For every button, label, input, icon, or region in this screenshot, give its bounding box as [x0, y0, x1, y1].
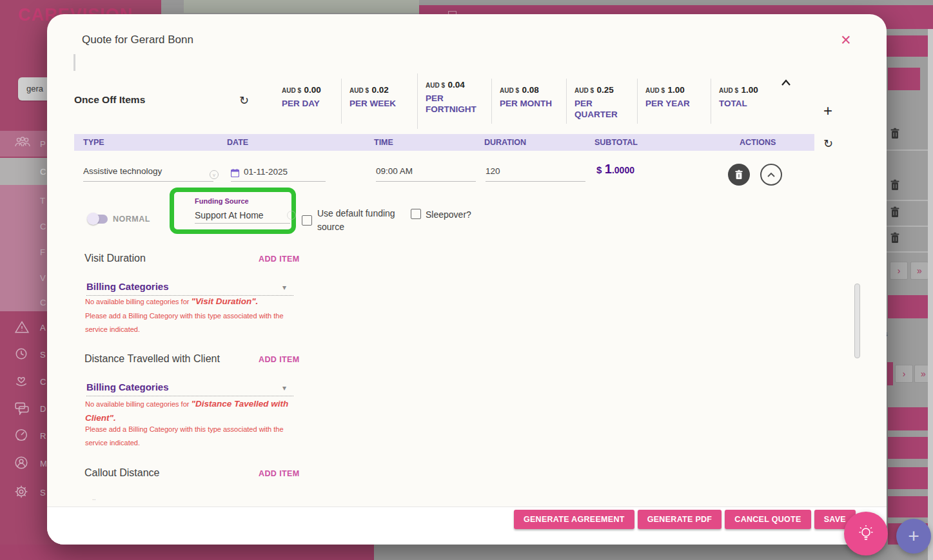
sleepover-checkbox[interactable] — [411, 209, 421, 219]
application-window: CAREVISION gera P C T C F V C A S C D — [0, 0, 933, 560]
history-clock-icon — [14, 347, 31, 362]
section-title-distance-travelled: Distance Travelled with Client — [84, 353, 220, 365]
subtotal-value: $ 1.0000 — [596, 162, 634, 177]
mode-label: NORMAL — [113, 215, 150, 224]
total-per-day: AUD $ 0.00 PER DAY — [274, 79, 341, 124]
billing-error-quote: No available billing categories for "Dis… — [85, 397, 290, 425]
date-field[interactable]: 01-11-2025 — [231, 166, 326, 182]
col-header-type: TYPE — [83, 138, 104, 147]
people-group-icon — [14, 136, 31, 151]
background-button — [888, 407, 933, 430]
dropdown-underline — [86, 295, 293, 296]
add-item-button[interactable]: ADD ITEM — [259, 469, 300, 478]
col-header-subtotal: SUBTOTAL — [594, 138, 638, 147]
delete-row-button[interactable] — [728, 164, 750, 186]
col-header-duration: DURATION — [484, 138, 526, 147]
total-overall: AUD $ 1.00 TOTAL — [711, 79, 775, 124]
bottom-bar — [0, 545, 374, 560]
cancel-quote-button[interactable]: CANCEL QUOTE — [725, 510, 810, 529]
collapse-chevron-icon[interactable] — [781, 77, 791, 89]
section-title-visit-duration: Visit Duration — [84, 253, 146, 264]
page-scrollbar[interactable] — [928, 29, 933, 560]
mode-toggle[interactable] — [88, 215, 108, 224]
truncated-dropdown: .. — [92, 494, 96, 501]
funding-source-underline — [195, 223, 290, 224]
col-header-time: TIME — [374, 138, 393, 147]
add-floating-button[interactable]: + — [896, 519, 931, 554]
billing-error-line3: service indicated. — [85, 325, 140, 333]
warning-triangle-icon — [14, 320, 31, 335]
help-lightbulb-button[interactable] — [844, 512, 888, 555]
trash-icon[interactable] — [890, 206, 900, 220]
quote-modal: Quote for Gerard Bonn × Once Off Items ↻… — [47, 14, 887, 545]
background-button — [888, 68, 920, 90]
add-once-off-item-icon[interactable]: + — [823, 102, 832, 120]
refresh-icon[interactable]: ↻ — [239, 93, 249, 108]
billing-categories-dropdown[interactable]: Billing Categories — [86, 281, 169, 292]
use-default-funding-checkbox[interactable] — [302, 215, 312, 226]
billing-error-line1: No available billing categories for "Vis… — [85, 296, 258, 306]
billing-error-line2: Please add a Billing Category with this … — [85, 312, 284, 320]
funding-source-field[interactable]: Support At Home — [195, 210, 264, 220]
col-header-date: DATE — [227, 138, 248, 147]
lightbulb-icon — [856, 523, 876, 544]
total-per-month: AUD $ 0.08 PER MONTH — [491, 79, 566, 124]
total-per-quarter: AUD $ 0.25 PER QUARTER — [566, 79, 637, 124]
section-title-callout-distance: Callout Distance — [84, 467, 160, 479]
background-button — [888, 496, 933, 517]
gear-icon — [14, 485, 31, 500]
funding-dropdown-icon[interactable] — [287, 211, 296, 220]
gauge-icon — [14, 428, 31, 443]
time-field[interactable]: 09:00 AM — [376, 166, 476, 182]
caret-down-icon[interactable]: ▾ — [282, 283, 286, 292]
billing-error-line3: service indicated. — [85, 439, 140, 447]
trash-icon[interactable] — [890, 179, 900, 193]
footer-button-row: GENERATE AGREEMENT GENERATE PDF CANCEL Q… — [47, 510, 856, 529]
caret-down-icon[interactable]: ▾ — [282, 383, 286, 392]
add-item-button[interactable]: ADD ITEM — [259, 255, 300, 264]
person-circle-icon — [14, 456, 31, 471]
background-table-header — [184, 0, 419, 13]
care-hands-icon — [14, 374, 31, 389]
add-item-button[interactable]: ADD ITEM — [259, 355, 300, 364]
funding-source-label: Funding Source — [195, 197, 249, 205]
background-button — [888, 295, 933, 318]
background-button — [888, 467, 933, 489]
background-row — [887, 35, 933, 57]
duration-field[interactable]: 120 — [486, 166, 585, 182]
dropdown-underline — [86, 396, 293, 396]
once-off-items-label: Once Off Items — [74, 94, 145, 106]
toggle-knob — [87, 213, 99, 225]
close-icon[interactable]: × — [835, 30, 857, 52]
trash-icon[interactable] — [890, 232, 900, 246]
quote-table-header: TYPE DATE TIME DURATION SUBTOTAL ACTIONS — [74, 134, 814, 151]
generate-pdf-button[interactable]: GENERATE PDF — [638, 510, 722, 529]
calendar-icon — [231, 168, 239, 177]
pagination-next-button[interactable]: › — [890, 262, 908, 280]
use-default-funding-label: Use default funding source — [317, 207, 400, 234]
total-per-year: AUD $ 1.00 PER YEAR — [637, 79, 711, 124]
billing-error-line2: Please add a Billing Category with this … — [85, 425, 284, 433]
trash-icon[interactable] — [890, 128, 900, 142]
text-cursor — [74, 54, 75, 71]
sleepover-label: Sleepover? — [426, 208, 471, 222]
col-header-actions: ACTIONS — [740, 138, 776, 147]
date-value: 01-11-2025 — [244, 167, 288, 177]
type-field[interactable]: Assistive technology — [83, 166, 213, 182]
total-per-fortnight: AUD $ 0.04 PER FORTNIGHT — [417, 73, 478, 129]
background-button — [887, 362, 893, 385]
collapse-row-button[interactable] — [760, 164, 782, 186]
refresh-icon[interactable]: ↻ — [823, 137, 833, 151]
chat-bubbles-icon — [14, 401, 31, 416]
billing-categories-dropdown[interactable]: Billing Categories — [86, 381, 169, 392]
pagination-last-button[interactable]: » — [910, 262, 928, 280]
background-button — [888, 437, 933, 459]
modal-title: Quote for Gerard Bonn — [82, 34, 193, 46]
total-per-week: AUD $ 0.02 PER WEEK — [341, 79, 417, 124]
modal-scrollbar-thumb[interactable] — [854, 284, 860, 358]
generate-agreement-button[interactable]: GENERATE AGREEMENT — [514, 510, 634, 529]
pagination-next-button[interactable]: › — [895, 365, 913, 383]
type-dropdown-icon[interactable]: v — [210, 170, 219, 179]
